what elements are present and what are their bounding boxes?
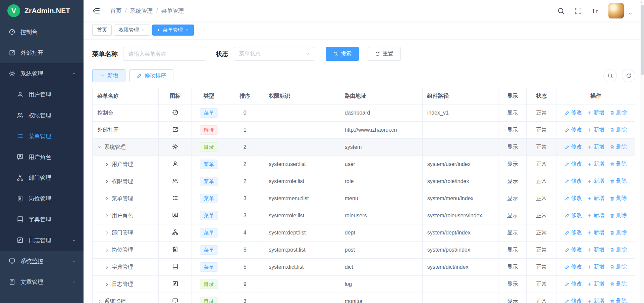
add-link[interactable]: 新增	[587, 229, 604, 236]
table-row[interactable]: 控制台菜单0dashboardindex_v1显示正常修改新增删除	[93, 104, 635, 122]
add-link[interactable]: 新增	[587, 280, 604, 288]
table-row[interactable]: 字典管理菜单5system:dict:listdictsystem/dict/i…	[93, 259, 635, 276]
add-link[interactable]: 新增	[587, 126, 604, 133]
table-row[interactable]: 权限管理菜单2system:role:listrolesystem/role/i…	[93, 173, 635, 190]
add-link[interactable]: 新增	[587, 298, 604, 303]
add-link[interactable]: 新增	[587, 246, 604, 253]
delete-link[interactable]: 删除	[610, 195, 627, 202]
edit-link[interactable]: 修改	[565, 280, 582, 288]
sidebar-item-post[interactable]: 岗位管理	[0, 188, 84, 209]
delete-link[interactable]: 删除	[610, 178, 627, 185]
edit-link[interactable]: 修改	[565, 298, 582, 303]
chevron-right-icon[interactable]	[105, 214, 109, 218]
menu-collapse-icon[interactable]	[92, 7, 100, 15]
scrollbar-thumb[interactable]	[641, 5, 644, 75]
add-link[interactable]: 新增	[587, 143, 604, 150]
scrollbar[interactable]	[640, 0, 644, 303]
add-link[interactable]: 新增	[587, 212, 604, 219]
menu-name: 控制台	[97, 110, 113, 117]
table-row[interactable]: 日志管理目录9log显示正常修改新增删除	[93, 276, 635, 293]
edit-link[interactable]: 修改	[565, 126, 582, 133]
edit-link[interactable]: 修改	[565, 212, 582, 219]
add-link[interactable]: 新增	[587, 178, 604, 185]
close-icon[interactable]	[142, 28, 145, 32]
sidebar-item-log[interactable]: 日志管理	[0, 230, 84, 251]
edit-link[interactable]: 修改	[565, 246, 582, 253]
edit-link[interactable]: 修改	[565, 143, 582, 150]
sidebar-item-system[interactable]: 系统管理	[0, 63, 84, 84]
edit-link[interactable]: 修改	[565, 178, 582, 185]
delete-link[interactable]: 删除	[610, 161, 627, 168]
chevron-down-icon[interactable]	[97, 145, 102, 149]
delete-link[interactable]: 删除	[610, 298, 627, 303]
menu-name-input[interactable]	[123, 47, 206, 61]
chevron-right-icon[interactable]	[105, 248, 109, 252]
tab-menu[interactable]: 菜单管理	[152, 25, 194, 36]
edit-link[interactable]: 修改	[565, 161, 582, 168]
table-row[interactable]: 菜单管理菜单3system:menu:listmenusystem/menu/i…	[93, 190, 635, 207]
chevron-right-icon[interactable]	[97, 299, 102, 303]
status-label: 状态	[216, 50, 228, 58]
add-link[interactable]: 新增	[587, 195, 604, 202]
breadcrumb-item[interactable]: 菜单管理	[161, 7, 184, 15]
add-link[interactable]: 新增	[587, 263, 604, 270]
chevron-right-icon[interactable]	[105, 265, 109, 269]
delete-link[interactable]: 删除	[610, 263, 627, 270]
search-button[interactable]: 搜索	[326, 47, 359, 61]
chevron-right-icon[interactable]	[105, 231, 109, 235]
tab-home[interactable]: 首页	[92, 25, 112, 36]
table-row[interactable]: 岗位管理菜单5system:post:listpostsystem/post/i…	[93, 242, 635, 259]
sidebar-item-dict[interactable]: 字典管理	[0, 209, 84, 230]
sidebar-item-role[interactable]: 权限管理	[0, 105, 84, 126]
font-size-icon[interactable]: TT	[591, 7, 599, 15]
sidebar-item-menu[interactable]: 菜单管理	[0, 126, 84, 146]
table-row[interactable]: 用户角色菜单3system:role:listroleuserssystem/r…	[93, 207, 635, 224]
edit-link[interactable]: 修改	[565, 109, 582, 116]
table-refresh-button[interactable]	[622, 69, 635, 82]
chevron-right-icon[interactable]	[105, 282, 109, 287]
trash-icon	[610, 128, 614, 132]
scrollbar-up-icon[interactable]	[641, 1, 644, 4]
edit-link[interactable]: 修改	[565, 195, 582, 202]
delete-link[interactable]: 删除	[610, 246, 627, 253]
delete-link[interactable]: 删除	[610, 229, 627, 236]
table-row[interactable]: 用户管理菜单2system:user:listusersystem/user/i…	[93, 156, 635, 173]
sidebar-item-article[interactable]: 文章管理	[0, 271, 84, 292]
chevron-right-icon[interactable]	[105, 197, 109, 201]
add-button[interactable]: 新增	[92, 69, 125, 82]
status-select[interactable]: 菜单状态	[234, 47, 314, 61]
sidebar-item-monitor[interactable]: 系统监控	[0, 251, 84, 271]
reset-button[interactable]: 重置	[368, 47, 401, 61]
chevron-right-icon[interactable]	[105, 179, 109, 184]
delete-link[interactable]: 删除	[610, 126, 627, 133]
close-icon[interactable]	[185, 28, 189, 32]
table-search-button[interactable]	[603, 69, 617, 82]
delete-link[interactable]: 删除	[610, 280, 627, 288]
delete-link[interactable]: 删除	[610, 109, 627, 116]
add-link[interactable]: 新增	[587, 161, 604, 168]
breadcrumb-item[interactable]: 首页	[110, 7, 122, 15]
sort-button[interactable]: 修改排序	[129, 69, 173, 82]
chevron-right-icon[interactable]	[105, 162, 109, 167]
avatar-dropdown-icon[interactable]	[628, 11, 633, 16]
table-row[interactable]: 系统管理目录2system显示正常修改新增删除	[93, 139, 635, 156]
avatar[interactable]	[608, 3, 624, 18]
sidebar-item-user[interactable]: 用户管理	[0, 84, 84, 105]
sidebar-item-dashboard[interactable]: 控制台	[0, 21, 84, 42]
add-link[interactable]: 新增	[587, 109, 604, 116]
sidebar-item-external[interactable]: 外部打开	[0, 42, 84, 63]
header-search-icon[interactable]	[557, 7, 565, 15]
sidebar-item-dept[interactable]: 部门管理	[0, 167, 84, 188]
delete-link[interactable]: 删除	[610, 212, 627, 219]
breadcrumb-item[interactable]: 系统管理	[130, 7, 153, 15]
table-row[interactable]: 外部打开链接1http://www.izhaorui.cn显示正常修改新增删除	[93, 122, 635, 139]
sidebar-item-roleusers[interactable]: 用户角色	[0, 146, 84, 167]
delete-link[interactable]: 删除	[610, 143, 627, 150]
table-row[interactable]: 系统监控目录3monitor显示正常修改新增删除	[93, 293, 635, 303]
logo[interactable]: V ZrAdmin.NET	[0, 0, 84, 21]
edit-link[interactable]: 修改	[565, 263, 582, 270]
table-row[interactable]: 部门管理菜单4system:dept:listdeptsystem/dept/i…	[93, 224, 635, 242]
fullscreen-icon[interactable]	[574, 7, 582, 15]
tab-role[interactable]: 权限管理	[114, 25, 150, 36]
edit-link[interactable]: 修改	[565, 229, 582, 236]
